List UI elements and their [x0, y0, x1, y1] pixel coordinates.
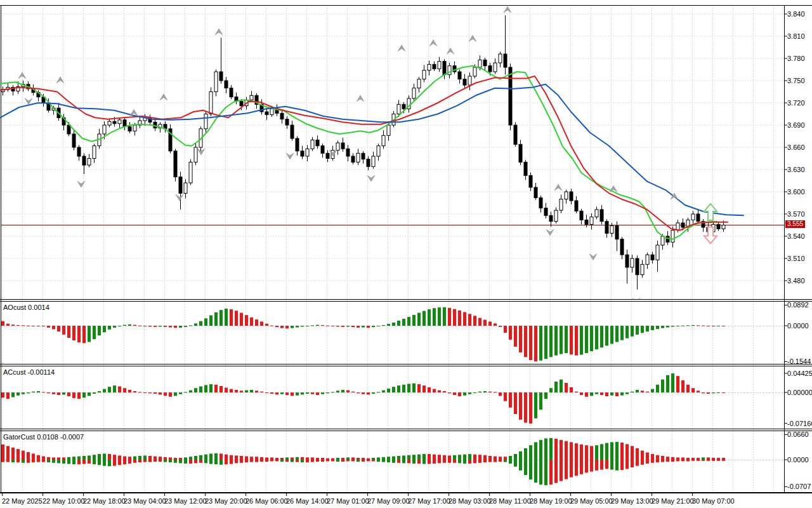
- time-axis-label: 22 May 18:00: [83, 497, 126, 505]
- trading-chart-window: 3.8403.8103.7803.7503.7203.6903.6603.630…: [0, 0, 812, 508]
- ao-indicator-label: AOcust 0.0014: [3, 304, 49, 311]
- time-axis-label: 28 May 03:00: [449, 497, 491, 505]
- gator-indicator-panel[interactable]: 0.06600.0000-0.0707: [0, 429, 812, 493]
- svg-ac-histogram: [1, 373, 725, 424]
- time-axis-label: 27 May 01:00: [327, 497, 369, 505]
- time-axis-label: 23 May 04:00: [124, 497, 166, 505]
- svg-ao-histogram: [1, 307, 725, 361]
- fractal-up-icon: [447, 48, 454, 54]
- fractal-up-icon: [469, 36, 476, 42]
- time-axis-label: 29 May 13:00: [611, 497, 653, 505]
- time-axis-label: 30 May 07:00: [692, 497, 735, 505]
- time-axis-label: 23 May 20:00: [205, 497, 247, 505]
- time-axis-label: 28 May 11:00: [489, 497, 531, 505]
- fractal-up-icon: [357, 95, 364, 102]
- price-axis[interactable]: [785, 5, 812, 493]
- fractal-up-icon: [398, 45, 405, 51]
- time-axis-label: 27 May 09:00: [367, 497, 410, 505]
- time-axis[interactable]: 22 May 202522 May 10:0022 May 18:0023 Ma…: [0, 493, 812, 508]
- time-axis-label: 26 May 06:00: [246, 497, 288, 505]
- fractal-down-icon: [286, 153, 294, 159]
- fractal-up-icon: [429, 40, 437, 46]
- fractal-up-icon: [18, 72, 26, 79]
- main-price-chart[interactable]: 3.8403.8103.7803.7503.7203.6903.6603.630…: [0, 0, 812, 299]
- time-axis-label: 22 May 2025: [2, 497, 43, 505]
- fractal-up-icon: [160, 94, 167, 100]
- ac-indicator-label: ACcust -0.00114: [3, 368, 55, 376]
- time-axis-label: 26 May 14:00: [286, 497, 329, 505]
- ac-indicator-panel[interactable]: 0.044250.00000-0.07166: [0, 364, 812, 429]
- current-price-badge: 3.555: [785, 220, 805, 228]
- time-axis-label: 29 May 21:00: [652, 497, 694, 505]
- fractal-down-icon: [77, 181, 85, 187]
- time-axis-label: 28 May 19:00: [530, 497, 572, 505]
- gator-indicator-label: GatorCust 0.0108 -0.0007: [3, 433, 84, 441]
- time-axis-label: 22 May 10:00: [43, 497, 85, 505]
- fractal-up-icon: [215, 29, 223, 35]
- time-axis-label: 27 May 17:00: [408, 497, 450, 505]
- fractal-down-icon: [546, 229, 554, 236]
- time-axis-label: 29 May 05:00: [570, 497, 613, 505]
- fractal-up-icon: [130, 109, 138, 116]
- fractal-up-icon: [504, 6, 511, 13]
- fractal-down-icon: [589, 254, 597, 260]
- fractal-up-icon: [554, 184, 562, 190]
- fractal-up-icon: [610, 185, 617, 192]
- time-axis-label: 23 May 12:00: [164, 497, 207, 505]
- signal-up-arrow-icon: [704, 204, 717, 220]
- fractal-down-icon: [367, 175, 375, 182]
- fractal-down-icon: [25, 98, 32, 105]
- ao-indicator-panel[interactable]: 0.08920.0000-0.1544: [0, 299, 812, 364]
- fractal-down-icon: [176, 194, 183, 201]
- svg-gator-histogram: [1, 438, 725, 485]
